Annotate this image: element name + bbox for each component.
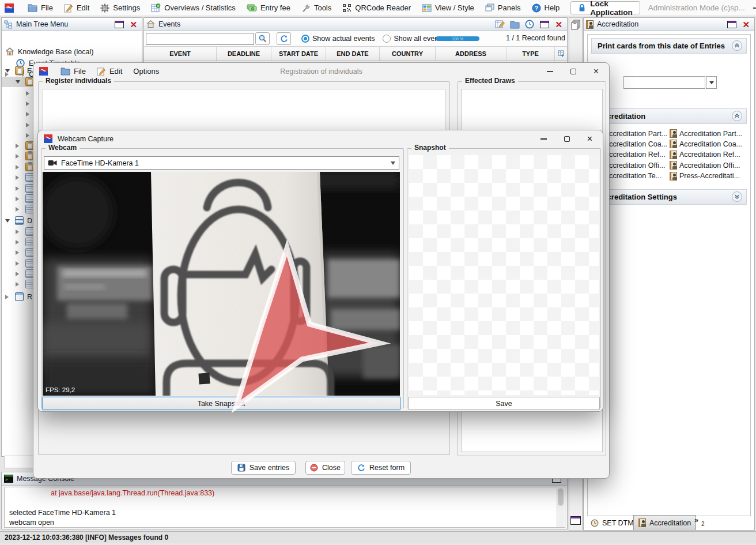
expand-chevron-icon[interactable] <box>732 191 742 202</box>
history-clock-icon[interactable] <box>525 20 534 29</box>
dialog-minimize-button[interactable] <box>547 71 553 72</box>
scrollbar-thumb[interactable] <box>558 488 564 506</box>
tab-accreditation[interactable]: Accreditation <box>633 515 696 530</box>
webcam-minimize-button[interactable] <box>540 138 547 140</box>
accreditation-list-item[interactable]: Accreditation Part... <box>670 129 742 138</box>
table-settings-icon[interactable] <box>555 47 567 61</box>
dialog-menu-file[interactable]: File <box>61 67 86 76</box>
tree-expand-arrow[interactable] <box>16 197 19 201</box>
tree-expand-arrow[interactable] <box>16 207 19 212</box>
tree-expand-arrow[interactable] <box>5 295 9 299</box>
tree-expand-arrow[interactable] <box>16 175 19 180</box>
tree-panel-maximize-icon[interactable] <box>115 21 124 28</box>
collapse-chevron-icon-2[interactable] <box>732 111 742 121</box>
window-minimize-button[interactable] <box>753 7 756 9</box>
column-header-deadline[interactable]: DEADLINE <box>217 47 271 61</box>
print-date-combo-input[interactable] <box>623 76 705 89</box>
section-accreditation-settings[interactable]: Accreditation Settings <box>591 189 747 205</box>
tree-expand-arrow[interactable] <box>16 186 19 191</box>
save-entries-button[interactable]: Save entries <box>231 461 296 475</box>
dialog-menu-edit[interactable]: Edit <box>97 67 122 76</box>
console-output[interactable]: at java.base/java.lang.Thread.run(Thread… <box>4 487 565 528</box>
tree-expand-arrow[interactable] <box>16 282 19 287</box>
menu-file[interactable]: File <box>28 3 53 12</box>
accreditation-item-label: Accreditation Part... <box>604 130 667 138</box>
snapshot-save-button[interactable]: Save <box>408 397 600 410</box>
column-header-end-date[interactable]: END DATE <box>326 47 380 61</box>
column-header-address[interactable]: ADDRESS <box>436 47 506 61</box>
events-panel-close-icon[interactable]: ✕ <box>555 20 562 29</box>
record-count: 1 / 1 Record found <box>506 34 565 42</box>
tree-expand-arrow[interactable] <box>26 133 29 138</box>
list-icon <box>15 216 24 225</box>
magnifier-icon <box>259 35 267 43</box>
registration-dialog-titlebar[interactable]: File Edit Options Registration of indivi… <box>33 63 609 80</box>
open-folder-icon[interactable] <box>510 20 520 29</box>
column-header-start-date[interactable]: START DATE <box>271 47 326 61</box>
section-print-cards[interactable]: Print cards from this date of Entries <box>591 38 747 54</box>
radio-actual-label: Show actual events <box>312 35 375 43</box>
collapse-chevron-icon[interactable] <box>732 40 742 51</box>
tree-expand-arrow[interactable] <box>5 69 10 73</box>
tree-expand-arrow[interactable] <box>16 144 19 148</box>
edit-record-icon[interactable] <box>495 20 505 29</box>
webcam-maximize-button[interactable] <box>564 136 570 142</box>
menu-edit[interactable]: Edit <box>64 3 89 13</box>
tree-expand-arrow[interactable] <box>26 102 29 106</box>
accreditation-list-item[interactable]: Accreditation Offi... <box>670 160 740 170</box>
lock-application-button[interactable]: Lock Application <box>570 1 640 14</box>
tree-expand-arrow[interactable] <box>26 112 29 116</box>
accreditation-maximize-icon[interactable] <box>727 21 736 28</box>
column-header-type[interactable]: TYPE <box>506 47 555 61</box>
events-panel-maximize-icon[interactable] <box>540 21 549 28</box>
console-scrollbar[interactable] <box>557 488 564 527</box>
accreditation-list-item[interactable]: Accreditation Ref... <box>670 150 740 160</box>
tree-item-knowledge-base[interactable]: Knowledge Base (local) <box>2 47 142 57</box>
tree-panel-close-icon[interactable]: ✕ <box>130 20 137 29</box>
column-header-country[interactable]: COUNTRY <box>380 47 436 61</box>
menu-entry-fee[interactable]: Entry fee <box>247 3 290 12</box>
refresh-button[interactable] <box>277 32 291 45</box>
tree-expand-arrow[interactable] <box>16 261 19 266</box>
camera-select[interactable]: FaceTime HD-Kamera 1 <box>44 156 399 170</box>
tree-expand-arrow[interactable] <box>5 219 10 223</box>
tree-expand-arrow[interactable] <box>16 165 19 170</box>
tab-overflow-chevrons[interactable]: » <box>694 516 698 524</box>
webcam-dialog-titlebar[interactable]: Webcam Capture × <box>38 130 603 147</box>
webcam-close-button[interactable]: × <box>587 134 592 144</box>
radio-show-actual-events[interactable] <box>301 35 309 43</box>
accreditation-close-icon[interactable]: ✕ <box>742 20 750 29</box>
reset-form-button[interactable]: Reset form <box>351 461 411 475</box>
dock-restore-icon[interactable] <box>570 516 581 525</box>
search-button[interactable] <box>255 32 270 45</box>
close-button[interactable]: Close <box>305 461 345 475</box>
dialog-maximize-button[interactable] <box>570 69 576 74</box>
dialog-menu-options[interactable]: Options <box>133 67 159 76</box>
menu-qrcode-reader[interactable]: QRCode Reader <box>342 3 411 13</box>
menu-help[interactable]: ? Help <box>532 3 560 13</box>
dialog-close-button[interactable]: × <box>594 67 599 76</box>
tree-expand-arrow[interactable] <box>16 240 19 245</box>
menu-overviews-statistics[interactable]: Overviews / Statistics <box>151 3 236 13</box>
tree-expand-arrow[interactable] <box>16 80 20 84</box>
tree-expand-arrow[interactable] <box>16 154 19 159</box>
accreditation-list-item[interactable]: Press-Accreditati... <box>670 171 740 181</box>
tree-expand-arrow[interactable] <box>16 250 19 255</box>
accreditation-list-item[interactable]: Accreditation Coa... <box>670 139 742 149</box>
section-accreditation[interactable]: Accreditation <box>591 108 747 124</box>
tab-set-dtm[interactable]: SET DTM <box>586 516 638 529</box>
combo-dropdown-button[interactable] <box>706 76 717 89</box>
event-search-input[interactable] <box>146 33 254 45</box>
menu-panels[interactable]: Panels <box>485 3 521 12</box>
tree-expand-arrow[interactable] <box>16 272 19 276</box>
column-header-event[interactable]: EVENT <box>144 47 217 61</box>
take-snapshot-button[interactable]: Take Snapshot <box>42 397 400 410</box>
radio-show-all-events[interactable] <box>383 35 391 43</box>
menu-tools[interactable]: Tools <box>301 3 331 13</box>
tree-expand-arrow[interactable] <box>26 123 29 127</box>
menu-view-style[interactable]: View / Style <box>422 3 474 12</box>
tree-expand-arrow[interactable] <box>16 230 19 234</box>
tree-expand-arrow[interactable] <box>26 91 29 96</box>
menu-settings[interactable]: Settings <box>100 3 140 13</box>
dock-pages-icon[interactable] <box>571 20 581 30</box>
